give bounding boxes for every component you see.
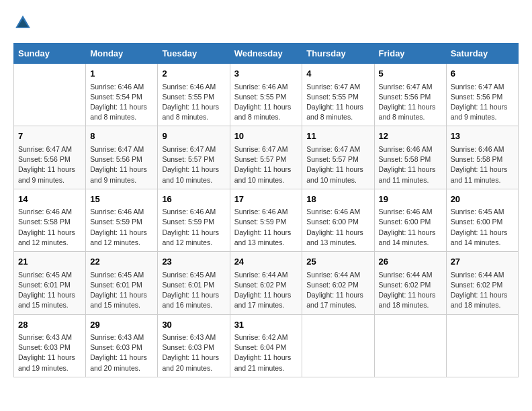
cell-daylight-info: Sunrise: 6:47 AM Sunset: 5:56 PM Dayligh… xyxy=(90,144,153,185)
cell-daylight-info: Sunrise: 6:46 AM Sunset: 5:55 PM Dayligh… xyxy=(234,82,298,123)
calendar-cell: 25Sunrise: 6:44 AM Sunset: 6:02 PM Dayli… xyxy=(302,252,374,314)
calendar-cell: 15Sunrise: 6:46 AM Sunset: 5:59 PM Dayli… xyxy=(86,189,158,251)
day-number: 15 xyxy=(90,193,153,206)
calendar-cell: 9Sunrise: 6:47 AM Sunset: 5:57 PM Daylig… xyxy=(158,126,230,189)
cell-daylight-info: Sunrise: 6:43 AM Sunset: 6:03 PM Dayligh… xyxy=(162,332,225,373)
page-header xyxy=(13,13,519,32)
day-number: 18 xyxy=(306,193,369,206)
cell-daylight-info: Sunrise: 6:46 AM Sunset: 5:58 PM Dayligh… xyxy=(379,144,442,185)
cell-daylight-info: Sunrise: 6:45 AM Sunset: 6:01 PM Dayligh… xyxy=(90,270,153,311)
day-number: 8 xyxy=(90,130,153,143)
cell-daylight-info: Sunrise: 6:47 AM Sunset: 5:57 PM Dayligh… xyxy=(162,144,225,185)
cell-daylight-info: Sunrise: 6:43 AM Sunset: 6:03 PM Dayligh… xyxy=(90,332,153,373)
calendar-week-2: 7Sunrise: 6:47 AM Sunset: 5:56 PM Daylig… xyxy=(14,126,519,189)
cell-daylight-info: Sunrise: 6:47 AM Sunset: 5:56 PM Dayligh… xyxy=(379,82,442,123)
calendar-week-4: 21Sunrise: 6:45 AM Sunset: 6:01 PM Dayli… xyxy=(14,252,519,314)
calendar-cell: 30Sunrise: 6:43 AM Sunset: 6:03 PM Dayli… xyxy=(158,314,230,377)
cell-daylight-info: Sunrise: 6:44 AM Sunset: 6:02 PM Dayligh… xyxy=(234,270,298,311)
day-number: 5 xyxy=(379,67,442,81)
day-number: 21 xyxy=(18,255,81,269)
cell-daylight-info: Sunrise: 6:45 AM Sunset: 6:00 PM Dayligh… xyxy=(451,207,514,248)
header-cell-thursday: Thursday xyxy=(302,44,374,64)
calendar-cell: 26Sunrise: 6:44 AM Sunset: 6:02 PM Dayli… xyxy=(374,252,446,314)
cell-daylight-info: Sunrise: 6:46 AM Sunset: 6:00 PM Dayligh… xyxy=(306,207,369,248)
day-number: 14 xyxy=(18,193,81,206)
day-number: 6 xyxy=(451,67,514,81)
day-number: 26 xyxy=(379,255,442,269)
calendar-cell: 31Sunrise: 6:42 AM Sunset: 6:04 PM Dayli… xyxy=(230,314,302,377)
cell-daylight-info: Sunrise: 6:44 AM Sunset: 6:02 PM Dayligh… xyxy=(306,270,369,311)
cell-daylight-info: Sunrise: 6:47 AM Sunset: 5:55 PM Dayligh… xyxy=(306,82,369,123)
day-number: 19 xyxy=(379,193,442,206)
cell-daylight-info: Sunrise: 6:46 AM Sunset: 5:58 PM Dayligh… xyxy=(18,207,81,248)
cell-daylight-info: Sunrise: 6:47 AM Sunset: 5:57 PM Dayligh… xyxy=(234,144,298,185)
calendar-cell: 1Sunrise: 6:46 AM Sunset: 5:54 PM Daylig… xyxy=(86,64,158,126)
day-number: 16 xyxy=(162,193,225,206)
day-number: 20 xyxy=(451,193,514,206)
cell-daylight-info: Sunrise: 6:43 AM Sunset: 6:03 PM Dayligh… xyxy=(18,332,81,373)
calendar-cell: 14Sunrise: 6:46 AM Sunset: 5:58 PM Dayli… xyxy=(14,189,86,251)
header-cell-monday: Monday xyxy=(86,44,158,64)
header-cell-tuesday: Tuesday xyxy=(158,44,230,64)
header-cell-wednesday: Wednesday xyxy=(230,44,302,64)
cell-daylight-info: Sunrise: 6:46 AM Sunset: 5:59 PM Dayligh… xyxy=(234,207,298,248)
logo xyxy=(13,13,35,32)
calendar-cell: 21Sunrise: 6:45 AM Sunset: 6:01 PM Dayli… xyxy=(14,252,86,314)
day-number: 7 xyxy=(18,130,81,143)
header-row: SundayMondayTuesdayWednesdayThursdayFrid… xyxy=(14,44,519,64)
calendar-week-3: 14Sunrise: 6:46 AM Sunset: 5:58 PM Dayli… xyxy=(14,189,519,251)
calendar-cell: 11Sunrise: 6:47 AM Sunset: 5:57 PM Dayli… xyxy=(302,126,374,189)
calendar-cell: 19Sunrise: 6:46 AM Sunset: 6:00 PM Dayli… xyxy=(374,189,446,251)
day-number: 9 xyxy=(162,130,225,143)
header-cell-friday: Friday xyxy=(374,44,446,64)
day-number: 31 xyxy=(234,318,298,332)
day-number: 29 xyxy=(90,318,153,332)
calendar-cell xyxy=(302,314,374,377)
calendar-cell xyxy=(446,314,518,377)
day-number: 25 xyxy=(306,255,369,269)
day-number: 11 xyxy=(306,130,369,143)
calendar-cell: 13Sunrise: 6:46 AM Sunset: 5:58 PM Dayli… xyxy=(446,126,518,189)
cell-daylight-info: Sunrise: 6:46 AM Sunset: 5:54 PM Dayligh… xyxy=(90,82,153,123)
day-number: 17 xyxy=(234,193,298,206)
cell-daylight-info: Sunrise: 6:46 AM Sunset: 5:58 PM Dayligh… xyxy=(451,144,514,185)
day-number: 30 xyxy=(162,318,225,332)
day-number: 23 xyxy=(162,255,225,269)
calendar-week-1: 1Sunrise: 6:46 AM Sunset: 5:54 PM Daylig… xyxy=(14,64,519,126)
day-number: 28 xyxy=(18,318,81,332)
logo-icon xyxy=(13,13,32,32)
day-number: 1 xyxy=(90,67,153,81)
calendar-table: SundayMondayTuesdayWednesdayThursdayFrid… xyxy=(13,43,519,377)
calendar-cell: 28Sunrise: 6:43 AM Sunset: 6:03 PM Dayli… xyxy=(14,314,86,377)
calendar-cell: 16Sunrise: 6:46 AM Sunset: 5:59 PM Dayli… xyxy=(158,189,230,251)
cell-daylight-info: Sunrise: 6:45 AM Sunset: 6:01 PM Dayligh… xyxy=(18,270,81,311)
calendar-cell: 12Sunrise: 6:46 AM Sunset: 5:58 PM Dayli… xyxy=(374,126,446,189)
calendar-cell: 4Sunrise: 6:47 AM Sunset: 5:55 PM Daylig… xyxy=(302,64,374,126)
calendar-cell: 18Sunrise: 6:46 AM Sunset: 6:00 PM Dayli… xyxy=(302,189,374,251)
cell-daylight-info: Sunrise: 6:46 AM Sunset: 5:59 PM Dayligh… xyxy=(162,207,225,248)
calendar-cell: 5Sunrise: 6:47 AM Sunset: 5:56 PM Daylig… xyxy=(374,64,446,126)
calendar-cell: 23Sunrise: 6:45 AM Sunset: 6:01 PM Dayli… xyxy=(158,252,230,314)
cell-daylight-info: Sunrise: 6:46 AM Sunset: 6:00 PM Dayligh… xyxy=(379,207,442,248)
day-number: 2 xyxy=(162,67,225,81)
day-number: 27 xyxy=(451,255,514,269)
calendar-cell: 20Sunrise: 6:45 AM Sunset: 6:00 PM Dayli… xyxy=(446,189,518,251)
calendar-week-5: 28Sunrise: 6:43 AM Sunset: 6:03 PM Dayli… xyxy=(14,314,519,377)
day-number: 10 xyxy=(234,130,298,143)
calendar-body: 1Sunrise: 6:46 AM Sunset: 5:54 PM Daylig… xyxy=(14,64,519,377)
day-number: 4 xyxy=(306,67,369,81)
calendar-cell: 7Sunrise: 6:47 AM Sunset: 5:56 PM Daylig… xyxy=(14,126,86,189)
header-cell-saturday: Saturday xyxy=(446,44,518,64)
calendar-cell: 17Sunrise: 6:46 AM Sunset: 5:59 PM Dayli… xyxy=(230,189,302,251)
cell-daylight-info: Sunrise: 6:46 AM Sunset: 5:55 PM Dayligh… xyxy=(162,82,225,123)
calendar-cell: 22Sunrise: 6:45 AM Sunset: 6:01 PM Dayli… xyxy=(86,252,158,314)
day-number: 22 xyxy=(90,255,153,269)
calendar-cell: 6Sunrise: 6:47 AM Sunset: 5:56 PM Daylig… xyxy=(446,64,518,126)
cell-daylight-info: Sunrise: 6:47 AM Sunset: 5:56 PM Dayligh… xyxy=(18,144,81,185)
cell-daylight-info: Sunrise: 6:47 AM Sunset: 5:56 PM Dayligh… xyxy=(451,82,514,123)
day-number: 24 xyxy=(234,255,298,269)
cell-daylight-info: Sunrise: 6:46 AM Sunset: 5:59 PM Dayligh… xyxy=(90,207,153,248)
day-number: 3 xyxy=(234,67,298,81)
cell-daylight-info: Sunrise: 6:44 AM Sunset: 6:02 PM Dayligh… xyxy=(451,270,514,311)
calendar-cell xyxy=(374,314,446,377)
